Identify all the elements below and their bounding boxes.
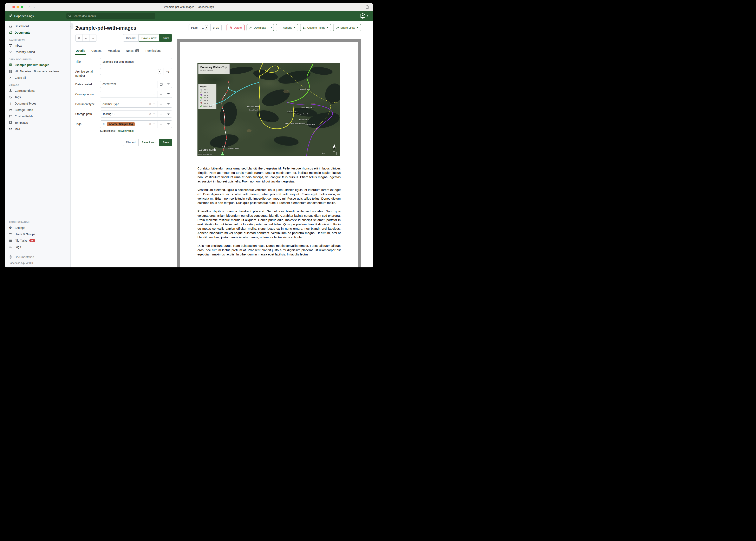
sidebar-item-mail[interactable]: Mail [5, 126, 70, 132]
custom-fields-button[interactable]: Custom Fields ▼ [300, 24, 331, 31]
sidebar-item-users-groups[interactable]: Users & Groups [5, 231, 70, 237]
storage-path-filter-button[interactable] [165, 111, 172, 118]
page-number-input[interactable]: 1 ▲▼ [200, 24, 211, 31]
add-tag-button[interactable]: + [157, 120, 165, 128]
actions-button[interactable]: ⋯ Actions ▼ [276, 24, 298, 31]
sidebar-item-inbox[interactable]: Inbox [5, 42, 70, 49]
previous-document-button[interactable]: ← [83, 34, 90, 41]
search-placeholder: Search documents [73, 14, 96, 18]
document-preview-pane[interactable]: Boundary Waters Trip Six days in BWCA Le… [177, 39, 361, 268]
save-next-button[interactable]: Save & next [139, 34, 160, 42]
tag-chip[interactable]: Another Sample Tag [107, 122, 135, 126]
browser-forward-button[interactable]: › [33, 5, 35, 9]
sidebar-item-label: Storage Paths [15, 108, 33, 112]
chevron-down-icon: ▼ [294, 27, 295, 29]
asn-plus-one-button[interactable]: +1 [163, 68, 172, 75]
sidebar-item-logs[interactable]: Logs [5, 244, 70, 250]
sidebar-item-templates[interactable]: Templates [5, 119, 70, 126]
save-button[interactable]: Save [159, 139, 172, 146]
page-stepper[interactable]: ▲▼ [205, 25, 208, 30]
tag-suggestion-link[interactable]: TagWithPartial [116, 129, 134, 132]
svg-text:?: ? [10, 256, 11, 258]
next-document-button[interactable]: → [90, 34, 97, 41]
tab-metadata[interactable]: Metadata [107, 47, 120, 55]
close-window-button[interactable] [12, 6, 15, 8]
filter-icon [167, 83, 170, 86]
tags-filter-button[interactable] [165, 120, 172, 128]
storage-path-select[interactable]: Testing 12 ✕ ▼ [100, 111, 157, 118]
folder-icon [9, 108, 12, 112]
sidebar-item-2sample-pdf-with-images[interactable]: 2sample-pdf-with-images [5, 62, 70, 68]
tab-details[interactable]: Details [75, 47, 86, 55]
svg-text:N: N [333, 150, 335, 153]
map-label-lincoln-island: Lincoln Island [299, 119, 309, 121]
share-icon[interactable] [365, 5, 369, 9]
sidebar-item-dashboard[interactable]: Dashboard [5, 23, 70, 29]
add-storage-path-button[interactable]: + [157, 111, 165, 118]
route-dots-icon [200, 89, 202, 91]
sidebar-item-settings[interactable]: ⚙Settings [5, 225, 70, 231]
sidebar-item-h7-napoleon-bonaparte-zadanie[interactable]: H7_Napoleon_Bonaparte_zadanie [5, 68, 70, 74]
map-label-norway-island: Norway Island [295, 123, 306, 125]
sidebar-item-documents[interactable]: Documents [5, 29, 70, 36]
sidebar-item-documentation[interactable]: ?Documentation [5, 254, 70, 260]
correspondent-select[interactable]: ▼ [100, 91, 157, 98]
save-next-button[interactable]: Save & next [139, 139, 160, 146]
close-document-button[interactable]: ✕ [76, 34, 83, 41]
sidebar-item-custom-fields[interactable]: Custom Fields [5, 113, 70, 119]
sidebar-item-storage-paths[interactable]: Storage Paths [5, 107, 70, 113]
sidebar-item-file-tasks[interactable]: File Tasks16 [5, 237, 70, 244]
date-created-field[interactable]: 03/27/2022 [100, 81, 157, 88]
clear-icon[interactable]: ✕ [149, 112, 151, 116]
app-brand[interactable]: Paperless-ngx [5, 14, 66, 18]
clear-icon[interactable]: ✕ [149, 103, 151, 106]
sidebar-item-document-types[interactable]: #Document Types [5, 100, 70, 107]
tab-content[interactable]: Content [91, 47, 102, 55]
map-title: Boundary Waters Trip [200, 66, 228, 69]
clear-icon[interactable]: ✕ [149, 123, 151, 126]
title-field[interactable]: 2sample-pdf-with-images [100, 58, 172, 65]
document-type-select[interactable]: Another Type ✕ ▼ [100, 101, 157, 108]
search-input[interactable]: Search documents [66, 13, 155, 19]
window-title: 2sample-pdf-with-images - Paperless-ngx [164, 5, 214, 8]
remove-tag-icon[interactable]: ✕ [103, 123, 105, 126]
sidebar-item-tags[interactable]: Tags [5, 94, 70, 100]
map-label-new-york-island: New York Island [247, 106, 259, 108]
user-menu[interactable]: ▼ [360, 13, 373, 19]
sidebar-item-label: Inbox [15, 44, 22, 47]
discard-button[interactable]: Discard [123, 139, 139, 146]
share-links-button[interactable]: Share Links ▼ [333, 24, 361, 31]
minimize-window-button[interactable] [17, 6, 19, 8]
sidebar-section-administration: ADMINISTRATION [9, 221, 67, 224]
discard-button[interactable]: Discard [123, 34, 139, 42]
route-day5 [210, 83, 259, 106]
pdf-paragraph: Duis non tincidunt purus. Nam quis sapie… [197, 244, 341, 257]
add-document-type-button[interactable]: + [157, 101, 165, 108]
date-filter-button[interactable] [165, 81, 172, 88]
asn-stepper[interactable]: ▲▼ [158, 69, 161, 74]
sidebar-item-label: Close all [15, 76, 26, 79]
save-button[interactable]: Save [159, 34, 172, 42]
sidebar-item-recently-added[interactable]: Recently Added [5, 49, 70, 55]
tags-select[interactable]: ✕ Another Sample Tag ✕ ▼ [100, 120, 157, 128]
file-tasks-count-badge: 16 [29, 239, 35, 242]
tab-notes[interactable]: Notes1 [125, 47, 140, 55]
sidebar-collapse-button[interactable]: « [71, 23, 73, 29]
sidebar-item-label: Document Types [15, 102, 36, 105]
sidebar-item-correspondents[interactable]: Correspondents [5, 87, 70, 94]
sidebar-item-close-all[interactable]: ✕Close all [5, 74, 70, 81]
document-type-filter-button[interactable] [165, 101, 172, 108]
detail-tabs: DetailsContentMetadataNotes1Permissions [75, 47, 172, 55]
correspondent-filter-button[interactable] [165, 91, 172, 98]
hash-icon: # [9, 102, 12, 105]
legend-item-day-2: Day 2 [200, 92, 215, 93]
calendar-button[interactable] [157, 81, 165, 88]
delete-button[interactable]: Delete [227, 24, 245, 31]
add-correspondent-button[interactable]: + [157, 91, 165, 98]
tab-permissions[interactable]: Permissions [145, 47, 162, 55]
asn-field[interactable]: ▲▼ [100, 68, 163, 75]
browser-back-button[interactable]: ‹ [28, 5, 30, 9]
download-dropdown-caret[interactable]: ▼ [269, 24, 274, 31]
download-button[interactable]: Download [247, 24, 269, 31]
zoom-window-button[interactable] [21, 6, 23, 8]
